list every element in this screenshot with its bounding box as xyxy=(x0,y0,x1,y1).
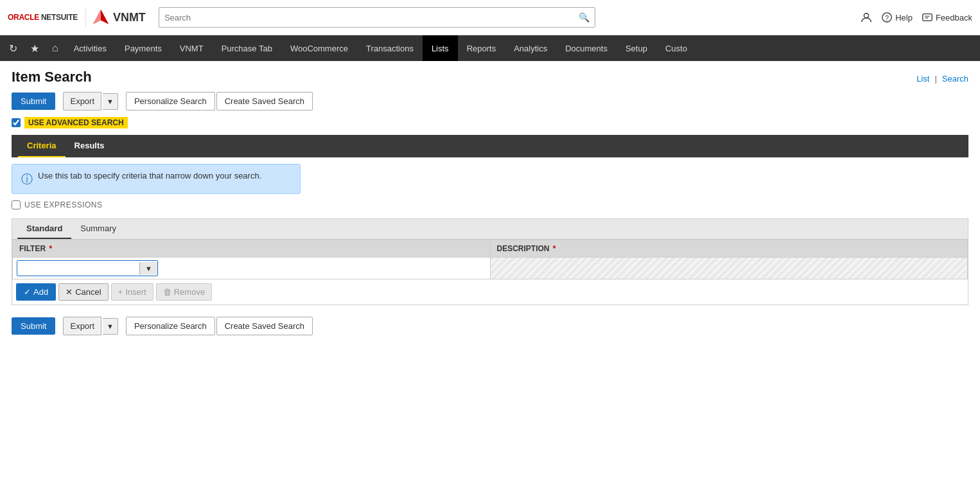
criteria-info-box: ⓘ Use this tab to specify criteria that … xyxy=(12,164,301,194)
nav-purchase-tab[interactable]: Purchase Tab xyxy=(213,35,281,61)
feedback-label: Feedback xyxy=(936,13,972,22)
help-icon: ? xyxy=(881,12,893,23)
filter-select-input[interactable] xyxy=(17,261,139,276)
info-icon: ⓘ xyxy=(21,172,33,187)
nav-vnmt[interactable]: VNMT xyxy=(171,35,213,61)
filter-select-arrow-icon[interactable]: ▼ xyxy=(139,262,157,275)
sub-tab-summary[interactable]: Summary xyxy=(71,219,125,239)
feedback-button[interactable]: Feedback xyxy=(922,12,972,23)
nav-custo[interactable]: Custo xyxy=(656,35,696,61)
svg-marker-2 xyxy=(93,10,101,24)
feedback-icon xyxy=(922,12,933,23)
breadcrumb-search[interactable]: Search xyxy=(942,74,968,84)
nav-favorites-icon[interactable]: ★ xyxy=(24,35,46,61)
export-button-bottom[interactable]: Export xyxy=(63,317,101,335)
page-title: Item Search xyxy=(12,69,92,85)
use-expressions-checkbox[interactable] xyxy=(12,200,21,209)
search-icon: 🔍 xyxy=(573,12,595,22)
breadcrumb-separator: | xyxy=(934,74,936,84)
header-right: ? Help Feedback xyxy=(861,12,972,23)
sub-tabs-bar: Standard Summary xyxy=(12,219,968,240)
filter-col-header: FILTER * xyxy=(13,240,491,258)
filter-table: FILTER * DESCRIPTION * ▼ xyxy=(12,240,968,279)
page-breadcrumbs: List | Search xyxy=(916,74,968,84)
page-content: Item Search List | Search Submit Export … xyxy=(0,61,980,343)
nav-payments[interactable]: Payments xyxy=(116,35,171,61)
nav-activities[interactable]: Activities xyxy=(65,35,116,61)
tab-criteria[interactable]: Criteria xyxy=(18,135,66,157)
svg-marker-1 xyxy=(101,10,109,24)
personalize-search-button-top[interactable]: Personalize Search xyxy=(126,92,215,110)
export-dropdown-button-bottom[interactable]: ▼ xyxy=(103,318,118,335)
advanced-search-checkbox[interactable] xyxy=(12,118,21,127)
description-cell xyxy=(490,258,968,279)
nav-analytics[interactable]: Analytics xyxy=(505,35,556,61)
svg-rect-6 xyxy=(923,14,932,21)
oracle-logo: ORACLE NETSUITE xyxy=(8,13,78,22)
nav-reports[interactable]: Reports xyxy=(458,35,505,61)
remove-button[interactable]: 🗑 Remove xyxy=(156,283,212,301)
search-input[interactable] xyxy=(159,13,573,22)
top-toolbar: Submit Export ▼ Personalize Search Creat… xyxy=(12,92,968,110)
x-icon: ✕ xyxy=(66,287,73,297)
nav-bar: ↻ ★ ⌂ Activities Payments VNMT Purchase … xyxy=(0,35,980,61)
filter-select-wrapper[interactable]: ▼ xyxy=(17,260,158,276)
tabs-bar: Criteria Results xyxy=(12,135,968,157)
create-saved-search-button-top[interactable]: Create Saved Search xyxy=(216,92,313,110)
expressions-row: USE EXPRESSIONS xyxy=(12,200,968,209)
user-icon xyxy=(861,12,872,23)
insert-button[interactable]: + Insert xyxy=(111,283,153,301)
submit-button-top[interactable]: Submit xyxy=(12,93,55,110)
global-search-bar[interactable]: 🔍 xyxy=(159,7,595,28)
description-required-star: * xyxy=(553,244,556,253)
bottom-toolbar: Submit Export ▼ Personalize Search Creat… xyxy=(12,317,968,335)
tab-results[interactable]: Results xyxy=(66,135,114,157)
use-expressions-label: USE EXPRESSIONS xyxy=(24,200,103,209)
vnmt-logo-icon xyxy=(91,8,110,27)
sub-tabs-area: Standard Summary FILTER * DESCRIPTION * xyxy=(12,218,968,279)
export-button-top[interactable]: Export xyxy=(63,92,101,110)
breadcrumb-list[interactable]: List xyxy=(916,74,929,84)
nav-lists[interactable]: Lists xyxy=(423,35,458,61)
svg-text:?: ? xyxy=(885,14,889,22)
add-button[interactable]: ✓ Add xyxy=(16,283,56,301)
oracle-text: ORACLE xyxy=(8,13,39,22)
create-saved-search-button-bottom[interactable]: Create Saved Search xyxy=(216,317,313,335)
action-buttons: ✓ Add ✕ Cancel + Insert 🗑 Remove xyxy=(12,279,968,305)
advanced-search-row: USE ADVANCED SEARCH xyxy=(12,117,968,128)
filter-cell: ▼ xyxy=(13,258,491,279)
sub-tab-standard[interactable]: Standard xyxy=(17,219,71,239)
plus-icon: + xyxy=(118,287,123,297)
cancel-button[interactable]: ✕ Cancel xyxy=(58,283,108,301)
advanced-search-label[interactable]: USE ADVANCED SEARCH xyxy=(24,117,128,128)
description-col-header: DESCRIPTION * xyxy=(490,240,968,258)
vnmt-logo: VNMT xyxy=(85,8,151,27)
info-text: Use this tab to specify criteria that na… xyxy=(38,171,261,181)
nav-documents[interactable]: Documents xyxy=(556,35,617,61)
nav-history-icon[interactable]: ↻ xyxy=(3,35,24,61)
vnmt-logo-text: VNMT xyxy=(113,11,146,24)
top-header: ORACLE NETSUITE VNMT 🔍 ? Help xyxy=(0,0,980,35)
filter-row: ▼ xyxy=(13,258,968,279)
help-label: Help xyxy=(895,13,913,22)
personalize-search-button-bottom[interactable]: Personalize Search xyxy=(126,317,215,335)
submit-button-bottom[interactable]: Submit xyxy=(12,317,55,335)
help-button[interactable]: ? Help xyxy=(881,12,913,23)
trash-icon: 🗑 xyxy=(163,287,171,297)
user-menu-button[interactable] xyxy=(861,12,872,23)
nav-woocommerce[interactable]: WooCommerce xyxy=(281,35,357,61)
export-dropdown-button-top[interactable]: ▼ xyxy=(103,93,118,110)
checkmark-icon: ✓ xyxy=(24,287,31,297)
filter-required-star: * xyxy=(49,244,52,253)
nav-setup[interactable]: Setup xyxy=(617,35,656,61)
svg-point-3 xyxy=(864,13,869,18)
page-title-row: Item Search List | Search xyxy=(12,69,968,85)
nav-transactions[interactable]: Transactions xyxy=(357,35,423,61)
nav-home-icon[interactable]: ⌂ xyxy=(46,35,65,61)
